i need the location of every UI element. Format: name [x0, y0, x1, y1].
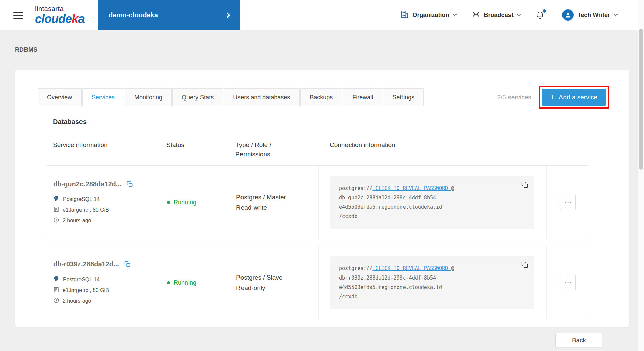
tab-firewall[interactable]: Firewall	[343, 88, 382, 106]
connection-cell: postgres://_CLICK_TO_REVEAL_PASSWORD_@ d…	[318, 246, 546, 319]
chevron-down-icon	[452, 12, 457, 16]
broadcast-menu[interactable]: Broadcast	[472, 10, 520, 20]
flavor-icon	[53, 287, 59, 294]
connection-host-line: db-r039z.288da12d-298c-4ddf-8b54-	[339, 273, 526, 283]
tab-list: Overview Services Monitoring Query Stats…	[38, 88, 424, 106]
connection-host-line: db-gun2c.288da12d-298c-4ddf-8b54-	[339, 193, 526, 202]
postgresql-icon	[53, 275, 60, 283]
flavor-label: e1.large.rc , 80 GiB	[63, 287, 109, 293]
top-bar: lintasarta cloudeka demo-cloudeka Organi…	[0, 0, 644, 30]
bell-icon	[536, 14, 545, 20]
tab-monitoring[interactable]: Monitoring	[125, 88, 172, 106]
col-type-role-permissions: Type / Role / Permissions	[227, 140, 291, 159]
role-label: Postgres / Master	[236, 192, 318, 202]
plus-icon: +	[550, 93, 555, 101]
broadcast-icon	[472, 10, 480, 20]
connection-uri-box: postgres://_CLICK_TO_REVEAL_PASSWORD_@ d…	[330, 256, 534, 309]
copy-name-icon[interactable]	[124, 261, 131, 267]
chevron-down-icon	[517, 12, 521, 16]
chevron-right-icon	[225, 12, 230, 18]
scrollbar[interactable]	[638, 0, 644, 351]
tab-backups[interactable]: Backups	[300, 88, 342, 106]
connection-cell: postgres://_CLICK_TO_REVEAL_PASSWORD_@ d…	[318, 166, 546, 239]
project-selector[interactable]: demo-cloudeka	[98, 0, 240, 30]
tab-settings[interactable]: Settings	[383, 88, 424, 106]
tab-users-and-databases[interactable]: Users and databases	[224, 88, 300, 106]
connection-host-line: e4d5503efda5.regionone.cloudeka.id	[339, 202, 526, 212]
notification-bell[interactable]	[536, 10, 545, 20]
col-service-information: Service information	[46, 140, 159, 159]
postgresql-icon	[53, 195, 60, 203]
connection-uri-box: postgres://_CLICK_TO_REVEAL_PASSWORD_@ d…	[330, 176, 534, 229]
tabs-row: Overview Services Monitoring Query Stats…	[38, 86, 609, 109]
reveal-password-link[interactable]: _CLICK_TO_REVEAL_PASSWORD_	[372, 185, 451, 191]
type-role-cell: Postgres / Slave Read-only	[228, 246, 318, 319]
logo[interactable]: lintasarta cloudeka	[35, 5, 85, 25]
logo-cloudeka: cloudeka	[35, 13, 85, 25]
rdbms-card: Overview Services Monitoring Query Stats…	[15, 70, 629, 327]
tab-services[interactable]: Services	[82, 88, 124, 106]
annotation-highlight: + Add a service	[539, 86, 609, 109]
service-info-cell: db-gun2c.288da12d...	[46, 166, 159, 239]
organization-label: Organization	[413, 12, 449, 19]
copy-connection-icon[interactable]	[521, 261, 528, 270]
flavor-label: e1.large.rc , 80 GiB	[63, 207, 109, 213]
reveal-password-link[interactable]: _CLICK_TO_REVEAL_PASSWORD_	[372, 265, 451, 271]
tab-overview[interactable]: Overview	[38, 88, 82, 106]
col-connection-information: Connection information	[318, 140, 546, 159]
organization-menu[interactable]: Organization	[400, 10, 456, 20]
type-role-cell: Postgres / Master Read-write	[228, 166, 318, 239]
project-name: demo-cloudeka	[109, 11, 158, 19]
back-button[interactable]: Back	[555, 333, 602, 347]
col-status: Status	[159, 140, 227, 159]
notification-dot	[543, 9, 546, 13]
broadcast-label: Broadcast	[484, 12, 514, 19]
user-menu[interactable]: Tech Writer	[562, 9, 617, 21]
created-label: 2 hours ago	[63, 298, 91, 304]
services-count: 2/5 services	[497, 94, 531, 101]
permission-label: Read-only	[236, 283, 318, 293]
service-name: db-gun2c.288da12d...	[53, 180, 121, 188]
organization-icon	[400, 10, 409, 20]
connection-host-line: /ccxdb	[339, 212, 526, 221]
service-name: db-r039z.288da12d...	[53, 260, 119, 268]
connection-host-line: e4d5503efda5.regionone.cloudeka.id	[339, 283, 526, 292]
service-info-cell: db-r039z.288da12d...	[46, 246, 159, 319]
copy-connection-icon[interactable]	[521, 181, 528, 190]
status-dot	[167, 281, 170, 284]
table-row: db-gun2c.288da12d...	[46, 165, 589, 239]
status-cell: Running	[159, 246, 228, 319]
user-name: Tech Writer	[578, 12, 610, 19]
connection-host-line: /ccxdb	[339, 292, 526, 301]
databases-section: Databases Service information Status Typ…	[46, 118, 589, 319]
section-title: Databases	[53, 118, 589, 132]
breadcrumb: RDBMS	[15, 46, 37, 53]
status-badge: Running	[174, 199, 196, 206]
scrollbar-thumb[interactable]	[639, 29, 643, 170]
table-header: Service information Status Type / Role /…	[46, 132, 589, 165]
chevron-down-icon	[613, 12, 618, 16]
row-actions-button[interactable]: ⋯	[560, 275, 576, 290]
status-cell: Running	[159, 166, 228, 239]
copy-name-icon[interactable]	[127, 181, 133, 187]
menu-icon[interactable]	[13, 10, 23, 21]
role-label: Postgres / Slave	[236, 272, 318, 283]
clock-icon	[53, 297, 59, 305]
created-label: 2 hours ago	[63, 218, 91, 224]
actions-cell: ⋯	[546, 246, 589, 319]
permission-label: Read-write	[236, 202, 318, 213]
tab-query-stats[interactable]: Query Stats	[172, 88, 223, 106]
add-service-button[interactable]: + Add a service	[542, 89, 606, 106]
engine-label: PostgreSQL 14	[63, 277, 100, 283]
status-dot	[167, 201, 170, 204]
logo-lintasarta: lintasarta	[35, 5, 85, 12]
actions-cell: ⋯	[546, 166, 589, 239]
table-row: db-r039z.288da12d...	[46, 246, 589, 319]
row-actions-button[interactable]: ⋯	[560, 195, 576, 210]
avatar	[562, 9, 574, 21]
status-badge: Running	[174, 279, 196, 286]
flavor-icon	[53, 206, 59, 214]
engine-label: PostgreSQL 14	[63, 196, 100, 202]
clock-icon	[53, 217, 59, 224]
